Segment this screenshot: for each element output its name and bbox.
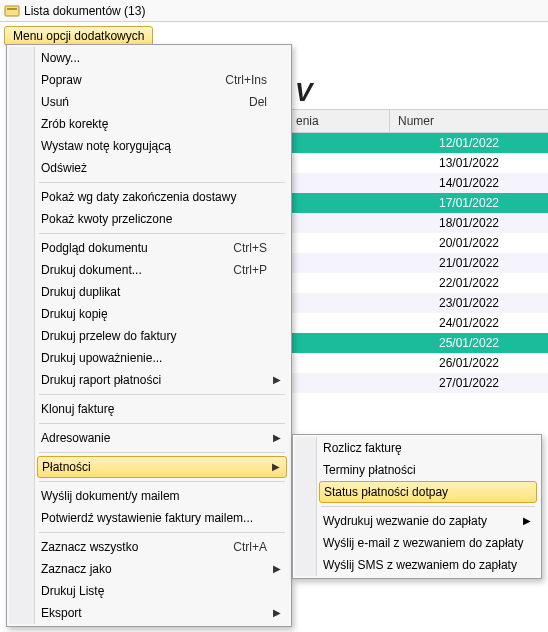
menu-item[interactable]: Zrób korektę [9, 113, 289, 135]
submenu-item[interactable]: Wyślij e-mail z wezwaniem do zapłaty [295, 532, 539, 554]
menu-item[interactable]: Płatności▶ [37, 456, 287, 478]
table-row[interactable]: 13/01/2022 [292, 153, 548, 173]
menu-item[interactable]: Adresowanie▶ [9, 427, 289, 449]
cell-date: 12/01/2022 [390, 136, 548, 150]
menu-item-label: Podgląd dokumentu [41, 241, 148, 255]
menu-item[interactable]: Drukuj kopię [9, 303, 289, 325]
menu-item[interactable]: Drukuj przelew do faktury [9, 325, 289, 347]
menu-item[interactable]: Potwierdź wystawienie faktury mailem... [9, 507, 289, 529]
menu-item-label: Eksport [41, 606, 82, 620]
context-menu: Nowy...PoprawCtrl+InsUsuńDelZrób korektę… [6, 44, 292, 627]
submenu-platnosci: Rozlicz fakturęTerminy płatnościStatus p… [292, 434, 542, 579]
menu-item-label: Zaznacz wszystko [41, 540, 138, 554]
menu-item[interactable]: Drukuj Listę [9, 580, 289, 602]
menu-item[interactable]: Wystaw notę korygującą [9, 135, 289, 157]
menu-separator [39, 532, 285, 533]
menu-item[interactable]: Podgląd dokumentuCtrl+S [9, 237, 289, 259]
menu-item-label: Pokaż kwoty przeliczone [41, 212, 172, 226]
menu-item[interactable]: Zaznacz wszystkoCtrl+A [9, 536, 289, 558]
table-row[interactable]: 26/01/2022 [292, 353, 548, 373]
menu-item[interactable]: Drukuj duplikat [9, 281, 289, 303]
menu-item[interactable]: PoprawCtrl+Ins [9, 69, 289, 91]
submenu-item-label: Wyślij e-mail z wezwaniem do zapłaty [323, 536, 524, 550]
menu-item[interactable]: Eksport▶ [9, 602, 289, 624]
submenu-item-label: Wyślij SMS z wezwaniem do zapłaty [323, 558, 517, 572]
cell-date: 13/01/2022 [390, 156, 548, 170]
menu-item[interactable]: Wyślij dokument/y mailem [9, 485, 289, 507]
menu-item-shortcut: Ctrl+S [233, 237, 267, 259]
menu-item[interactable]: Klonuj fakturę [9, 398, 289, 420]
menu-item[interactable]: Drukuj raport płatności▶ [9, 369, 289, 391]
submenu-arrow-icon: ▶ [273, 369, 281, 391]
cell-date: 17/01/2022 [390, 196, 548, 210]
menu-item-label: Wyślij dokument/y mailem [41, 489, 180, 503]
column-header-partial[interactable]: enia [292, 109, 390, 133]
menu-item[interactable]: Pokaż wg daty zakończenia dostawy [9, 186, 289, 208]
menu-item-label: Drukuj kopię [41, 307, 108, 321]
menu-item-label: Drukuj Listę [41, 584, 104, 598]
submenu-arrow-icon: ▶ [273, 427, 281, 449]
menu-item[interactable]: Pokaż kwoty przeliczone [9, 208, 289, 230]
table-row[interactable]: 12/01/2022 [292, 133, 548, 153]
table-row[interactable]: 20/01/2022 [292, 233, 548, 253]
menu-item-shortcut: Ctrl+A [233, 536, 267, 558]
column-header-numer[interactable]: Numer [390, 109, 548, 133]
submenu-item[interactable]: Wyślij SMS z wezwaniem do zapłaty [295, 554, 539, 576]
menu-item[interactable]: Drukuj dokument...Ctrl+P [9, 259, 289, 281]
menu-item-label: Zaznacz jako [41, 562, 112, 576]
menu-item-label: Potwierdź wystawienie faktury mailem... [41, 511, 253, 525]
cell-date: 21/01/2022 [390, 256, 548, 270]
menu-item-label: Drukuj duplikat [41, 285, 120, 299]
submenu-item-label: Terminy płatności [323, 463, 416, 477]
menu-separator [39, 423, 285, 424]
table-row[interactable]: 18/01/2022 [292, 213, 548, 233]
menu-item-label: Nowy... [41, 51, 80, 65]
submenu-arrow-icon: ▶ [273, 558, 281, 580]
submenu-item[interactable]: Status płatności dotpay [319, 481, 537, 503]
menu-item-label: Drukuj upoważnienie... [41, 351, 162, 365]
cell-date: 18/01/2022 [390, 216, 548, 230]
menu-separator [39, 233, 285, 234]
table-row[interactable]: 27/01/2022 [292, 373, 548, 393]
menu-options-button[interactable]: Menu opcji dodatkowych [4, 26, 153, 46]
cell-date: 25/01/2022 [390, 336, 548, 350]
menu-item-label: Zrób korektę [41, 117, 108, 131]
window-title: Lista dokumentów (13) [24, 4, 145, 18]
submenu-item[interactable]: Terminy płatności [295, 459, 539, 481]
submenu-arrow-icon: ▶ [273, 602, 281, 624]
menu-item[interactable]: Odśwież [9, 157, 289, 179]
menu-separator [39, 182, 285, 183]
cell-date: 26/01/2022 [390, 356, 548, 370]
table-row[interactable]: 23/01/2022 [292, 293, 548, 313]
submenu-item-label: Rozlicz fakturę [323, 441, 402, 455]
table-row[interactable]: 24/01/2022 [292, 313, 548, 333]
menu-item-label: Płatności [42, 460, 91, 474]
svg-rect-0 [5, 6, 19, 16]
menu-item[interactable]: Zaznacz jako▶ [9, 558, 289, 580]
menu-item-label: Adresowanie [41, 431, 110, 445]
menu-item-label: Drukuj przelew do faktury [41, 329, 176, 343]
cell-date: 24/01/2022 [390, 316, 548, 330]
table-row[interactable]: 25/01/2022 [292, 333, 548, 353]
table-row[interactable]: 21/01/2022 [292, 253, 548, 273]
partial-heading: V [295, 77, 312, 108]
menu-item-label: Klonuj fakturę [41, 402, 114, 416]
table-row[interactable]: 14/01/2022 [292, 173, 548, 193]
table-row[interactable]: 17/01/2022 [292, 193, 548, 213]
menu-item[interactable]: Nowy... [9, 47, 289, 69]
menu-item-shortcut: Ctrl+P [233, 259, 267, 281]
menu-item[interactable]: Drukuj upoważnienie... [9, 347, 289, 369]
menu-separator [39, 394, 285, 395]
menu-item[interactable]: UsuńDel [9, 91, 289, 113]
table-row[interactable]: 22/01/2022 [292, 273, 548, 293]
submenu-arrow-icon: ▶ [272, 457, 280, 477]
submenu-item[interactable]: Wydrukuj wezwanie do zapłaty▶ [295, 510, 539, 532]
submenu-item[interactable]: Rozlicz fakturę [295, 437, 539, 459]
menu-separator [39, 481, 285, 482]
cell-date: 20/01/2022 [390, 236, 548, 250]
submenu-arrow-icon: ▶ [523, 510, 531, 532]
menu-item-label: Drukuj raport płatności [41, 373, 161, 387]
menu-item-label: Popraw [41, 73, 82, 87]
titlebar: Lista dokumentów (13) [0, 0, 548, 22]
submenu-item-label: Status płatności dotpay [324, 485, 448, 499]
